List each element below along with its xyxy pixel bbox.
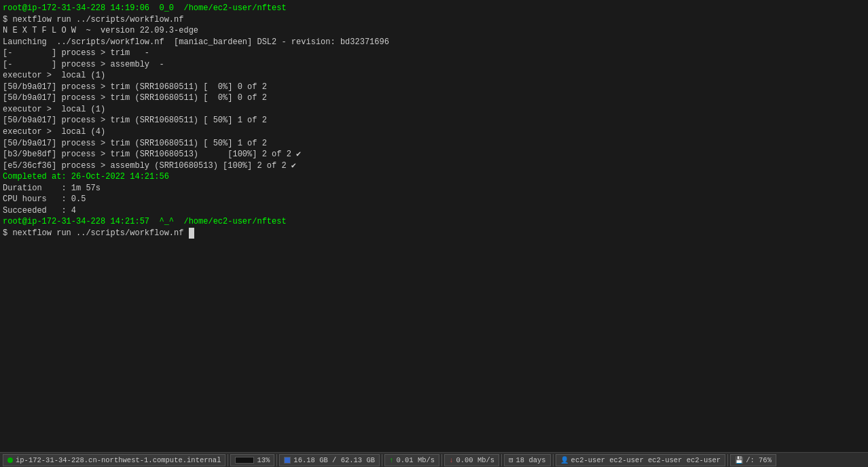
terminal-line: $ nextflow run ../scripts/workflow.nf (3, 14, 865, 26)
terminal-line: [50/b9a017] process > trim (SRR10680511)… (3, 82, 865, 93)
taskbar: ip-172-31-34-228.cn-northwest-1.compute.… (0, 452, 868, 467)
terminal-line: [e5/36cf36] process > assembly (SRR10680… (3, 160, 865, 172)
terminal-line: [- ] process > trim - (3, 48, 865, 59)
terminal-line: [50/b9a017] process > trim (SRR10680511)… (3, 92, 865, 104)
terminal-line: root@ip-172-31-34-228 14:21:57 ^_^ /home… (3, 216, 865, 228)
terminal-line: executor > local (4) (3, 126, 865, 138)
taskbar-item-cpu[interactable]: 13% (230, 454, 274, 466)
terminal-line: executor > local (1) (3, 70, 865, 82)
terminal-window[interactable]: root@ip-172-31-34-228 14:19:06 0_0 /home… (0, 0, 868, 452)
terminal-line: [50/b9a017] process > trim (SRR10680511)… (3, 115, 865, 126)
terminal-line: CPU hours : 0.5 (3, 194, 865, 205)
terminal-line: Duration : 1m 57s (3, 183, 865, 194)
terminal-line: $ nextflow run ../scripts/workflow.nf (3, 228, 865, 239)
terminal-line: [50/b9a017] process > trim (SRR10680511)… (3, 138, 865, 150)
taskbar-item-disk[interactable]: 💾/: 76% (730, 454, 776, 466)
taskbar-item-mem[interactable]: 16.18 GB / 62.13 GB (279, 454, 380, 466)
terminal-line: Completed at: 26-Oct-2022 14:21:56 (3, 171, 865, 183)
terminal-line: Succeeded : 4 (3, 205, 865, 217)
terminal-line: executor > local (1) (3, 104, 865, 116)
taskbar-item-time[interactable]: ⊟18 days (504, 454, 550, 466)
terminal-line: N E X T F L O W ~ version 22.09.3-edge (3, 25, 865, 37)
taskbar-item-net_down[interactable]: ↓0.00 Mb/s (444, 454, 499, 466)
terminal-line: Launching ../scripts/workflow.nf [maniac… (3, 37, 865, 48)
terminal-line: [- ] process > assembly - (3, 59, 865, 71)
taskbar-item-server[interactable]: ip-172-31-34-228.cn-northwest-1.compute.… (3, 454, 225, 466)
taskbar-item-net_up[interactable]: ↑0.01 Mb/s (384, 454, 439, 466)
taskbar-item-users[interactable]: 👤ec2-user ec2-user ec2-user ec2-user (556, 454, 726, 466)
terminal-line: root@ip-172-31-34-228 14:19:06 0_0 /home… (3, 3, 865, 14)
terminal-line: [b3/9be8df] process > trim (SRR10680513)… (3, 149, 865, 160)
